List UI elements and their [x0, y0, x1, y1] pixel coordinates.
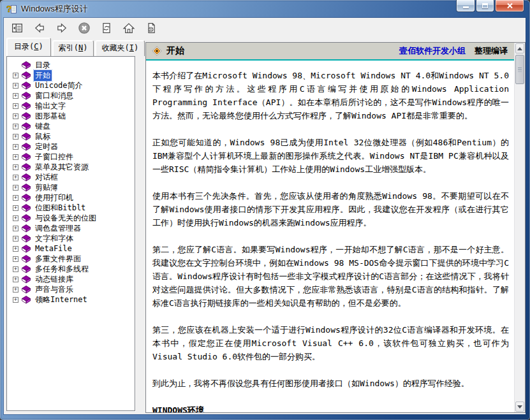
minimize-button[interactable] — [456, 0, 475, 12]
tree-item-label: 鼠标 — [34, 131, 52, 142]
book-icon — [22, 71, 31, 80]
expand-plus-icon[interactable]: + — [13, 287, 18, 293]
expand-plus-icon[interactable]: + — [13, 277, 18, 282]
maximize-button[interactable] — [476, 0, 494, 12]
paragraph: 第三，您应该在机器上安装一个适于进行Windows程序设计的32位C语言编译器和… — [152, 323, 509, 363]
content-scrollbar[interactable] — [514, 43, 525, 412]
expand-plus-icon[interactable]: + — [13, 134, 18, 140]
tab-favorites[interactable]: 收藏夹(I) — [95, 40, 145, 56]
book-icon — [22, 92, 31, 100]
tree-item-label: 菜单及其它资源 — [34, 162, 90, 173]
tree-item[interactable]: +使用打印机 — [8, 192, 133, 203]
scroll-up-button[interactable] — [515, 43, 524, 54]
tab-label: ) — [83, 43, 87, 52]
expand-plus-icon[interactable]: + — [13, 103, 18, 109]
expand-plus-icon[interactable]: + — [13, 246, 18, 252]
tree-item[interactable]: +窗口和消息 — [8, 91, 133, 101]
expand-plus-icon[interactable]: + — [13, 256, 18, 262]
tree-item[interactable]: +菜单及其它资源 — [8, 162, 133, 172]
nav-tabstrip: 目录(C) 索引(N) 收藏夹(I) — [6, 40, 139, 56]
expand-plus-icon[interactable]: + — [13, 83, 18, 89]
tree-item[interactable]: +对话框 — [8, 172, 133, 182]
expand-plus-icon[interactable]: + — [13, 205, 18, 211]
expand-plus-icon[interactable]: + — [13, 236, 18, 242]
tree-item-label: 多任务和多线程 — [34, 264, 90, 275]
tree-item-label: 子窗口控件 — [34, 152, 75, 163]
tab-label: 收藏夹( — [101, 43, 129, 52]
tree-item-label: 领略Internet — [34, 294, 89, 305]
expand-plus-icon[interactable]: + — [13, 226, 18, 231]
expand-plus-icon[interactable]: + — [13, 195, 18, 201]
expand-plus-icon[interactable]: + — [13, 113, 18, 119]
book-icon — [22, 245, 31, 253]
expand-plus-icon[interactable]: + — [13, 266, 18, 272]
title-bar[interactable]: ? Windows程序设计 — [0, 0, 530, 18]
stop-button[interactable] — [76, 20, 92, 36]
tree-item-label: 剪贴簿 — [34, 182, 59, 193]
tree-item-label: 使用打印机 — [34, 192, 75, 203]
hide-panel-button[interactable] — [9, 20, 26, 36]
tree-item[interactable]: +开始 — [8, 70, 133, 80]
tree-item-label: 对话框 — [34, 172, 59, 183]
toc-tree[interactable]: +目录+开始+Unicode简介+窗口和消息+输出文字+图形基础+键盘+鼠标+定… — [6, 56, 135, 411]
paragraph: 使用本书有三个先决条件。首先，您应该从使用者的角度熟悉Windows 98。不要… — [152, 189, 509, 229]
expand-plus-icon[interactable]: + — [13, 144, 18, 150]
book-icon — [22, 214, 31, 222]
tree-item[interactable]: +MetaFile — [8, 243, 133, 254]
expand-plus-icon[interactable]: + — [13, 93, 18, 99]
pane-splitter[interactable] — [139, 38, 145, 414]
topic-pane: 开始 壹佰软件开发小组整理编译 本书介绍了在Microsoft Windows … — [145, 42, 526, 413]
expand-plus-icon[interactable]: + — [13, 124, 18, 129]
tree-item[interactable]: +鼠标 — [8, 131, 133, 141]
close-button[interactable] — [495, 0, 524, 12]
tree-item[interactable]: +子窗口控件 — [8, 152, 133, 162]
book-icon — [22, 235, 31, 243]
tree-item-label: 文字和字体 — [34, 233, 75, 244]
paragraph: 本书介绍了在Microsoft Windows 98、Microsoft Win… — [152, 69, 509, 122]
forward-button[interactable] — [54, 20, 70, 36]
hide-panel-icon — [11, 22, 23, 34]
tree-item[interactable]: +输出文字 — [8, 101, 133, 111]
close-icon — [506, 3, 513, 9]
book-icon — [22, 122, 31, 131]
tree-item[interactable]: +多任务和多线程 — [8, 264, 133, 274]
expand-plus-icon[interactable]: + — [13, 175, 18, 180]
tree-item[interactable]: +位图和Bitblt — [8, 203, 133, 213]
home-button[interactable] — [121, 20, 137, 36]
page-globe-button[interactable] — [143, 20, 159, 36]
scroll-thumb[interactable] — [515, 55, 524, 84]
expand-plus-icon[interactable]: + — [13, 215, 18, 221]
tree-item[interactable]: +Unicode简介 — [8, 80, 133, 91]
tree-item[interactable]: +剪贴簿 — [8, 182, 133, 192]
scroll-down-button[interactable] — [515, 402, 524, 412]
tab-label: 索引( — [59, 43, 78, 52]
tree-item[interactable]: +动态链接库 — [8, 274, 133, 284]
book-icon — [22, 61, 31, 69]
paragraph: 到此为止，我将不再假设您具有任何图形使用者接口（如Windows）的程序写作经验… — [152, 377, 509, 390]
tree-item[interactable]: +多重文件界面 — [8, 254, 133, 264]
refresh-button[interactable] — [98, 20, 115, 36]
tree-item[interactable]: +调色盘管理器 — [8, 223, 133, 233]
expand-plus-icon[interactable]: + — [13, 185, 18, 191]
tree-item[interactable]: +图形基础 — [8, 111, 133, 121]
tree-item[interactable]: +定时器 — [8, 141, 133, 152]
tree-item[interactable]: +文字和字体 — [8, 233, 133, 243]
tab-index[interactable]: 索引(N) — [52, 40, 94, 56]
scroll-up-icon — [517, 47, 522, 50]
page-globe-icon — [145, 22, 157, 34]
tree-item[interactable]: +键盘 — [8, 121, 133, 131]
tree-item[interactable]: +领略Internet — [8, 294, 133, 305]
tab-accel: I — [129, 43, 134, 52]
tree-item[interactable]: +与设备无关的位图 — [8, 213, 133, 223]
expand-plus-icon[interactable]: + — [13, 164, 18, 170]
tree-item[interactable]: +目录 — [8, 60, 133, 70]
expand-plus-icon[interactable]: + — [13, 297, 18, 303]
expand-plus-icon[interactable]: + — [13, 73, 18, 78]
expand-plus-icon[interactable]: + — [13, 154, 18, 160]
scroll-down-icon — [517, 405, 522, 409]
topic-title: 开始 — [166, 45, 184, 57]
back-button[interactable] — [31, 20, 48, 36]
tab-contents[interactable]: 目录(C) — [6, 38, 51, 56]
tree-item[interactable]: +声音与音乐 — [8, 284, 133, 294]
credit-link[interactable]: 壹佰软件开发小组 — [399, 46, 466, 55]
